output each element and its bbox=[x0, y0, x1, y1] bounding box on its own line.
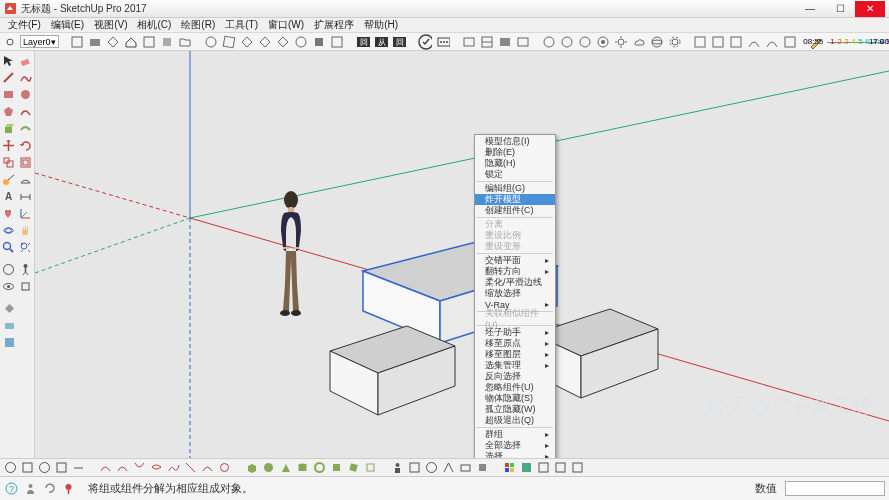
toolbar-icon[interactable] bbox=[37, 460, 52, 475]
orbit-tool[interactable] bbox=[1, 222, 17, 238]
toolbar-icon[interactable] bbox=[54, 460, 69, 475]
circle-tool[interactable] bbox=[18, 86, 34, 102]
solid-icon[interactable] bbox=[312, 460, 327, 475]
toolbar-icon[interactable] bbox=[516, 35, 530, 49]
curve-icon[interactable] bbox=[200, 460, 215, 475]
value-input[interactable] bbox=[785, 481, 885, 496]
menu-edit[interactable]: 编辑(E) bbox=[46, 18, 89, 32]
toolbar-icon[interactable] bbox=[106, 35, 120, 49]
toolbar-icon[interactable] bbox=[570, 460, 585, 475]
info-icon[interactable]: ? bbox=[4, 481, 19, 496]
menu-camera[interactable]: 相机(C) bbox=[132, 18, 176, 32]
toolbar-icon[interactable] bbox=[160, 35, 174, 49]
toolbar-icon[interactable] bbox=[693, 35, 707, 49]
solid-icon[interactable] bbox=[261, 460, 276, 475]
toolbar-label-icon[interactable]: 回 bbox=[392, 35, 406, 49]
toolbar-icon[interactable] bbox=[294, 35, 308, 49]
toolbar-icon[interactable] bbox=[88, 35, 102, 49]
toolbar-icon[interactable] bbox=[458, 460, 473, 475]
pan-tool[interactable] bbox=[18, 222, 34, 238]
zoom-tool[interactable] bbox=[1, 239, 17, 255]
toolbar-icon[interactable] bbox=[462, 35, 476, 49]
context-menu-item[interactable]: 关联相似组件(U) bbox=[475, 313, 555, 324]
globe-icon[interactable] bbox=[650, 35, 664, 49]
layer-dropdown[interactable]: Layer0▾ bbox=[20, 35, 59, 48]
sun-icon[interactable] bbox=[614, 35, 628, 49]
check-icon[interactable] bbox=[418, 35, 432, 49]
suggest-icon[interactable] bbox=[436, 35, 450, 49]
move-tool[interactable] bbox=[1, 137, 17, 153]
circle-icon[interactable] bbox=[542, 35, 556, 49]
pin-icon[interactable] bbox=[61, 481, 76, 496]
line-tool[interactable] bbox=[1, 69, 17, 85]
toolbar-icon[interactable] bbox=[70, 35, 84, 49]
menu-window[interactable]: 窗口(W) bbox=[263, 18, 309, 32]
circle-icon[interactable] bbox=[596, 35, 610, 49]
person-icon[interactable] bbox=[23, 481, 38, 496]
toolbar-icon[interactable] bbox=[729, 35, 743, 49]
toolbar-icon[interactable] bbox=[783, 35, 797, 49]
rect-tool[interactable] bbox=[1, 86, 17, 102]
toolbar-icon[interactable] bbox=[441, 460, 456, 475]
toolbar-icon[interactable] bbox=[258, 35, 272, 49]
curve-icon[interactable] bbox=[132, 460, 147, 475]
solid-icon[interactable] bbox=[295, 460, 310, 475]
color-icon[interactable] bbox=[502, 460, 517, 475]
solid-icon[interactable] bbox=[329, 460, 344, 475]
ext-tool[interactable] bbox=[1, 317, 17, 333]
toolbar-icon[interactable] bbox=[20, 460, 35, 475]
menu-draw[interactable]: 绘图(R) bbox=[176, 18, 220, 32]
color-icon[interactable] bbox=[519, 460, 534, 475]
toolbar-icon[interactable] bbox=[222, 35, 236, 49]
toolbar-icon[interactable] bbox=[536, 460, 551, 475]
layer-visible-icon[interactable] bbox=[4, 35, 16, 49]
toolbar-icon[interactable] bbox=[312, 35, 326, 49]
folder-icon[interactable] bbox=[178, 35, 192, 49]
toolbar-icon[interactable] bbox=[3, 460, 18, 475]
look-tool[interactable] bbox=[1, 278, 17, 294]
menu-help[interactable]: 帮助(H) bbox=[359, 18, 403, 32]
gear-icon[interactable] bbox=[668, 35, 682, 49]
context-menu-item[interactable]: 缩放选择 bbox=[475, 288, 555, 299]
zoom-extents-tool[interactable] bbox=[18, 239, 34, 255]
solid-icon[interactable] bbox=[363, 460, 378, 475]
maximize-button[interactable]: ☐ bbox=[825, 1, 855, 17]
text-tool[interactable]: A bbox=[1, 188, 17, 204]
context-menu-item[interactable]: 重设变形 bbox=[475, 241, 555, 252]
minimize-button[interactable]: — bbox=[795, 1, 825, 17]
toolbar-icon[interactable] bbox=[424, 460, 439, 475]
menu-tools[interactable]: 工具(T) bbox=[220, 18, 263, 32]
section-tool[interactable] bbox=[1, 261, 17, 277]
solid-icon[interactable] bbox=[278, 460, 293, 475]
toolbar-icon[interactable] bbox=[204, 35, 218, 49]
eraser-tool[interactable] bbox=[18, 52, 34, 68]
dimension-tool[interactable] bbox=[18, 188, 34, 204]
walk-tool[interactable] bbox=[18, 261, 34, 277]
scale-tool[interactable] bbox=[1, 154, 17, 170]
toolbar-icon[interactable] bbox=[747, 35, 761, 49]
circle-icon[interactable] bbox=[578, 35, 592, 49]
curve-icon[interactable] bbox=[166, 460, 181, 475]
paint-tool[interactable] bbox=[1, 205, 17, 221]
toolbar-icon[interactable] bbox=[553, 460, 568, 475]
home-icon[interactable] bbox=[124, 35, 138, 49]
tape-tool[interactable] bbox=[1, 171, 17, 187]
ext-tool[interactable] bbox=[1, 334, 17, 350]
freehand-tool[interactable] bbox=[18, 69, 34, 85]
toolbar-icon[interactable] bbox=[480, 35, 494, 49]
sync-icon[interactable] bbox=[42, 481, 57, 496]
offset-tool[interactable] bbox=[18, 154, 34, 170]
select-tool[interactable] bbox=[1, 52, 17, 68]
toolbar-icon[interactable] bbox=[407, 460, 422, 475]
pushpull-tool[interactable] bbox=[1, 120, 17, 136]
toolbar-icon[interactable] bbox=[240, 35, 254, 49]
toolbar-label-icon[interactable]: 回 bbox=[356, 35, 370, 49]
toolbar-icon[interactable] bbox=[475, 460, 490, 475]
time-ruler[interactable]: 08:55 1 2 3 4 5 6 7 8 9 10 11 12 17:00 bbox=[827, 36, 885, 48]
menu-view[interactable]: 视图(V) bbox=[89, 18, 132, 32]
curve-icon[interactable] bbox=[217, 460, 232, 475]
toolbar-label-icon[interactable]: 从 bbox=[374, 35, 388, 49]
ext-tool[interactable] bbox=[1, 300, 17, 316]
solid-icon[interactable] bbox=[346, 460, 361, 475]
menu-extensions[interactable]: 扩展程序 bbox=[309, 18, 359, 32]
